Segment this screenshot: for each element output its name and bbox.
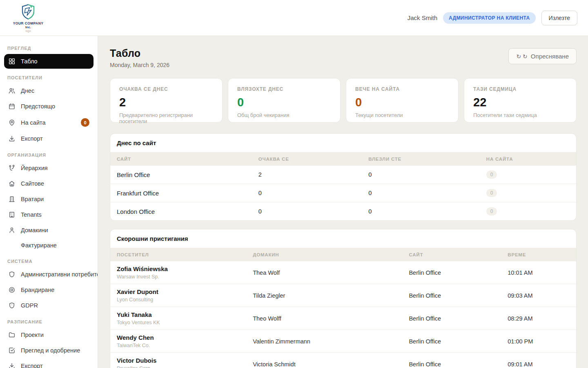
- recent-arrivals-card: Скорошни пристигания ПОСЕТИТЕЛ ДОМАКИН С…: [110, 229, 577, 368]
- sidebar-item-hierarchy[interactable]: Йерархия: [4, 161, 94, 175]
- target-icon: [8, 286, 16, 294]
- stat-subtext: Предварително регистрирани посетители: [119, 112, 213, 124]
- visitor-company: Tokyo Ventures KK: [117, 320, 240, 325]
- stat-cards: ОЧАКВА СЕ ДНЕС 2 Предварително регистрир…: [110, 78, 577, 123]
- sidebar-item-export-visitors[interactable]: Експорт: [4, 131, 94, 146]
- sidebar-item-hosts[interactable]: Домакини: [4, 223, 94, 238]
- arrival-time: 01:00 PM: [501, 330, 576, 353]
- col-header-time: ВРЕМЕ: [501, 248, 576, 261]
- expected-count: 0: [252, 202, 362, 221]
- grid-icon: [8, 58, 16, 65]
- logo-shield-icon: [20, 3, 37, 20]
- sidebar-item-today[interactable]: Днес: [4, 83, 94, 98]
- page-title: Табло: [110, 47, 169, 59]
- check-square-icon: [8, 347, 16, 354]
- table-row[interactable]: Zofia Wiśniewska Warsaw Invest Sp. Thea …: [110, 261, 576, 284]
- download-icon: [8, 135, 16, 142]
- checked-in-count: 0: [362, 184, 480, 202]
- col-header-host: ДОМАКИН: [246, 248, 402, 261]
- visitor-name: Victor Dubois: [117, 357, 240, 364]
- sidebar-item-dashboard[interactable]: Табло: [4, 54, 94, 69]
- sidebar-section-visitors: ПОСЕТИТЕЛИ: [4, 70, 94, 83]
- col-header-visitor: ПОСЕТИТЕЛ: [110, 248, 246, 261]
- today-by-site-card: Днес по сайт САЙТ ОЧАКВА СЕ ВЛЕЗЛИ СТЕ Н…: [110, 133, 577, 221]
- logo-inc-text: Inc.: [25, 25, 31, 29]
- arrival-time: 09:01 AM: [501, 353, 576, 368]
- site-name: Frankfurt Office: [110, 184, 252, 202]
- sidebar-item-sites[interactable]: Сайтове: [4, 176, 94, 191]
- col-header-site: САЙТ: [402, 248, 501, 261]
- sidebar: ПРЕГЛЕД Табло ПОСЕТИТЕЛИ Днес Предстоящо…: [0, 36, 98, 368]
- sidebar-item-label: Вратари: [21, 196, 44, 202]
- sidebar-section-overview: ПРЕГЛЕД: [4, 40, 94, 54]
- visitor-name: Zofia Wiśniewska: [117, 265, 240, 272]
- table-row[interactable]: Yuki Tanaka Tokyo Ventures KK Theo Wolff…: [110, 307, 576, 330]
- today-by-site-table: САЙТ ОЧАКВА СЕ ВЛЕЗЛИ СТЕ НА САЙТА Berli…: [110, 153, 576, 220]
- sidebar-item-tenants[interactable]: Tenants: [4, 207, 94, 222]
- logo-sub-text: logo: [25, 29, 31, 32]
- hierarchy-icon: [8, 164, 16, 172]
- sidebar-item-label: Брандиране: [21, 287, 54, 293]
- sidebar-item-onsite[interactable]: На сайта 0: [4, 114, 94, 130]
- shield-icon: [8, 271, 16, 278]
- building-frame-icon: [8, 211, 16, 218]
- page-date: Monday, March 9, 2026: [110, 62, 169, 68]
- stat-value: 2: [119, 96, 213, 109]
- site-name: Berlin Office: [402, 261, 501, 284]
- sidebar-item-branding[interactable]: Брандиране: [4, 283, 94, 297]
- visitor-name: Xavier Dupont: [117, 288, 240, 295]
- stat-label: ВЕЧЕ НА САЙТА: [355, 86, 449, 92]
- visitor-name: Wendy Chen: [117, 334, 240, 341]
- sidebar-item-label: Йерархия: [21, 165, 48, 171]
- host-name: Thea Wolf: [246, 261, 402, 284]
- onsite-count-pill: 0: [486, 207, 497, 215]
- sidebar-item-label: GDPR: [21, 302, 38, 309]
- onsite-count-badge: 0: [81, 118, 89, 127]
- table-row[interactable]: Berlin Office 2 0 0: [110, 166, 576, 184]
- arrival-time: 09:03 AM: [501, 284, 576, 307]
- site-name: London Office: [110, 202, 252, 221]
- stat-subtext: Общ брой чекирания: [237, 112, 331, 118]
- sidebar-item-upcoming[interactable]: Предстоящо: [4, 99, 94, 114]
- table-row[interactable]: Xavier Dupont Lyon Consulting Tilda Zieg…: [110, 284, 576, 307]
- stat-card-this-week: ТАЗИ СЕДМИЦА 22 Посетители тази седмица: [464, 78, 577, 123]
- table-row[interactable]: London Office 0 0 0: [110, 202, 576, 221]
- top-bar: YOUR COMPANY Inc. logo Jack Smith АДМИНИ…: [0, 0, 588, 36]
- today-by-site-title: Днес по сайт: [110, 134, 576, 153]
- stat-value: 0: [237, 96, 331, 109]
- refresh-button[interactable]: ↻ ↻ Опресняване: [508, 48, 577, 64]
- sidebar-item-gdpr[interactable]: GDPR: [4, 298, 94, 313]
- table-row[interactable]: Wendy Chen TaiwanTek Co. Valentin Zimmer…: [110, 330, 576, 353]
- arrival-time: 10:01 AM: [501, 261, 576, 284]
- site-name: Berlin Office: [402, 307, 501, 330]
- site-name: Berlin Office: [402, 330, 501, 353]
- expected-count: 0: [252, 184, 362, 202]
- host-name: Tilda Ziegler: [246, 284, 402, 307]
- sidebar-item-label: На сайта: [21, 119, 46, 126]
- sidebar-item-review[interactable]: Преглед и одобрение: [4, 343, 94, 358]
- user-name: Jack Smith: [408, 14, 437, 21]
- building-icon: [8, 195, 16, 203]
- stat-subtext: Текущи посетители: [355, 112, 449, 118]
- sidebar-item-billing[interactable]: Фактуриране: [4, 238, 94, 252]
- sidebar-section-organization: ОРГАНИЗАЦИЯ: [4, 147, 94, 161]
- table-row[interactable]: Frankfurt Office 0 0 0: [110, 184, 576, 202]
- logout-button[interactable]: Излезте: [541, 11, 577, 25]
- table-row[interactable]: Victor Dubois Bruxelles Corp Victoria Sc…: [110, 353, 576, 368]
- download-icon: [8, 362, 16, 368]
- sidebar-item-export-schedule[interactable]: Експорт: [4, 359, 94, 368]
- sidebar-item-label: Административни потребители: [21, 271, 98, 278]
- visitor-company: TaiwanTek Co.: [117, 343, 240, 348]
- checked-in-count: 0: [362, 166, 480, 184]
- sidebar-item-projects[interactable]: Проекти: [4, 328, 94, 342]
- sidebar-item-gatekeepers[interactable]: Вратари: [4, 192, 94, 206]
- sidebar-item-label: Предстоящо: [21, 103, 55, 110]
- stat-label: ТАЗИ СЕДМИЦА: [473, 86, 567, 92]
- calendar-icon: [8, 103, 16, 110]
- col-header-checked-in: ВЛЕЗЛИ СТЕ: [362, 153, 480, 166]
- refresh-icon: ↻ ↻: [516, 53, 527, 60]
- sidebar-item-admin-users[interactable]: Административни потребители: [4, 267, 94, 282]
- visitor-company: Warsaw Invest Sp.: [117, 274, 240, 280]
- folder-icon: [8, 331, 16, 339]
- sidebar-item-label: Фактуриране: [21, 242, 57, 249]
